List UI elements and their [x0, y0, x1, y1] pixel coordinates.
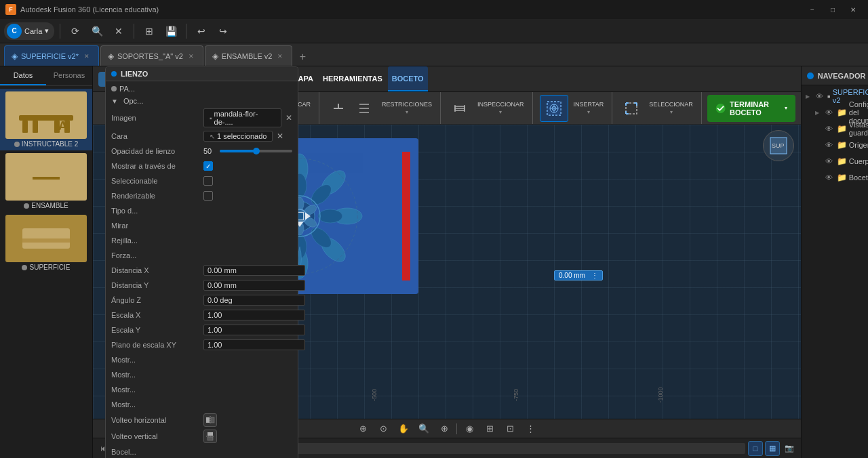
nav-eye-cuerpos[interactable]: 👁 — [825, 157, 835, 165]
undo-button[interactable]: ↩ — [192, 22, 211, 41]
apps-grid-button[interactable]: ⊞ — [140, 22, 159, 41]
svg-text:SUP: SUP — [772, 142, 785, 149]
pp-checkbox-seleccionable[interactable] — [203, 176, 213, 186]
minimize-button[interactable]: − — [803, 2, 822, 17]
pp-section1: PA... ▼ Opc... Imagen ▪ mandala-flor-de-… — [106, 81, 298, 458]
ribbon-tab-boceto[interactable]: BOCETO — [388, 66, 428, 91]
more-display-btn[interactable]: ⋮ — [522, 421, 538, 436]
cmd-inspect1-btn[interactable] — [448, 95, 472, 122]
zoom-btn[interactable]: 🔍 — [416, 421, 432, 436]
pp-close-cara[interactable]: ✕ — [277, 131, 283, 141]
nav-item-cuerpos[interactable]: ▶ 👁 📁 Cuerpos — [802, 153, 868, 169]
refresh-button[interactable]: ⟳ — [66, 22, 85, 41]
pp-input-distanciaX[interactable] — [203, 265, 305, 276]
pp-checkbox-mostrar[interactable]: ✓ — [203, 161, 213, 171]
pp-close-imagen[interactable]: ✕ — [285, 113, 292, 123]
pp-section2-header[interactable]: ▼ Opc... — [111, 95, 292, 107]
orbit-btn[interactable]: ⊙ — [375, 421, 391, 436]
tab-close-ensamble[interactable]: ✕ — [275, 51, 285, 61]
tab-close-superficie[interactable]: ✕ — [82, 51, 92, 61]
pp-dot-blue — [111, 71, 117, 77]
pp-section1-header[interactable]: PA... — [111, 83, 292, 95]
display-mode-btn[interactable]: ◉ — [461, 421, 477, 436]
pp-row-volteo-v: Volteo vertical — [111, 428, 292, 444]
cmd-finish-boceto-btn[interactable]: TERMINAR BOCETO ▾ — [707, 95, 795, 122]
pp-slider-thumb-opacidad[interactable] — [253, 148, 260, 154]
snap-btn[interactable]: ⊡ — [502, 421, 518, 436]
pp-row-plano: Plano de escala XY — [111, 337, 292, 352]
pp-btn-volteo-v[interactable] — [203, 430, 217, 443]
nav-eye-bocetos[interactable]: 👁 — [825, 173, 835, 182]
pp-btn-cara[interactable]: ↖ 1 seleccionado — [203, 131, 273, 142]
cmd-seleccionar-dropdown[interactable]: SELECCIONAR ▾ — [645, 95, 697, 122]
ruler-mark-500: -500 — [371, 389, 378, 401]
nav-item-bocetos[interactable]: ▶ 👁 📁 Bocetos — [802, 169, 868, 186]
pp-btn-volteo-h[interactable] — [203, 413, 217, 427]
cmd-restricciones-dropdown[interactable]: RESTRICCIONES ▾ — [378, 95, 436, 122]
tab-ensamble[interactable]: ◈ ENSAMBLE v2 ✕ — [205, 45, 293, 66]
dimension-badge[interactable]: 0.00 mm ⋮ — [554, 270, 603, 280]
nav-eye-vistas[interactable]: 👁 — [825, 125, 835, 133]
main-toolbar: C Carla ▾ ⟳ 🔍 ✕ ⊞ 💾 ↩ ↪ — [0, 19, 868, 43]
ribbon-tab-herramientas[interactable]: HERRAMIENTAS — [319, 66, 387, 91]
cmd-restricciones-label: RESTRICCIONES — [382, 101, 432, 108]
search-button[interactable]: 🔍 — [87, 22, 106, 41]
nav-eye-origen[interactable]: 👁 — [825, 141, 835, 149]
project-item-instructable2[interactable]: A INSTRUCTABLE 2 — [0, 89, 92, 150]
timeline-multi-icon-btn[interactable]: ▦ — [765, 441, 780, 456]
nav-item-vistas[interactable]: ▶ 👁 📁 Vistas guardadas — [802, 121, 868, 137]
cmd-constraint2-btn[interactable] — [352, 95, 376, 122]
tab-soportes[interactable]: ◈ SOPORTES_"A" v2 ✕ — [100, 45, 203, 66]
orientation-cube[interactable]: SUP — [763, 130, 794, 161]
nav-item-config[interactable]: ▶ 👁 📁 Configuración del documento — [802, 104, 868, 121]
close-search-button[interactable]: ✕ — [109, 22, 128, 41]
pp-row-escalaY: Escala Y — [111, 322, 292, 337]
user-menu[interactable]: C Carla ▾ — [4, 22, 54, 40]
project-item-superficie[interactable]: SUPERFICIE — [0, 212, 92, 274]
pp-slider-opacidad[interactable] — [220, 150, 292, 152]
nav-cube-btn[interactable]: ⊕ — [355, 421, 371, 436]
panel-tab-datos[interactable]: Datos — [0, 66, 46, 85]
timeline-sketch-icon-btn[interactable]: □ — [748, 441, 763, 456]
close-button[interactable]: ✕ — [844, 2, 863, 17]
nav-eye-superficie[interactable]: 👁 — [816, 92, 825, 100]
pp-opacidad-value: 50 — [203, 147, 217, 155]
timeline-camera-icon-btn[interactable]: 📷 — [782, 441, 797, 456]
dimension-menu-icon[interactable]: ⋮ — [591, 272, 598, 279]
cmd-insertar-dropdown[interactable]: INSERTAR ▾ — [570, 95, 608, 122]
add-tab-button[interactable]: + — [294, 48, 311, 66]
pp-checkbox-renderizable[interactable] — [203, 191, 213, 201]
save-button[interactable]: 💾 — [161, 22, 180, 41]
project-label-instructable2: INSTRUCTABLE 2 — [14, 140, 79, 148]
project-label-ensamble: ENSAMBLE — [24, 202, 68, 209]
nav-item-origen[interactable]: ▶ 👁 📁 Origen — [802, 137, 868, 153]
panel-tab-personas[interactable]: Personas — [46, 66, 92, 85]
grid-toggle-btn[interactable]: ⊞ — [481, 421, 498, 436]
pan-btn[interactable]: ✋ — [395, 421, 412, 436]
cmd-insert-btn[interactable] — [540, 95, 568, 122]
nav-eye-config[interactable]: 👁 — [825, 108, 835, 117]
nav-folder-cuerpos: 📁 — [837, 157, 847, 166]
tab-superficie[interactable]: ◈ SUPERFICIE v2* ✕ — [4, 45, 99, 66]
pp-input-distanciaY[interactable] — [203, 280, 305, 291]
cmd-select1-btn[interactable] — [619, 95, 644, 122]
maximize-button[interactable]: □ — [823, 2, 842, 17]
pp-btn-imagen[interactable]: ▪ mandala-flor-de-.... — [203, 108, 281, 127]
redo-button[interactable]: ↪ — [214, 22, 233, 41]
cmd-inspeccionar-dropdown[interactable]: INSPECCIONAR ▾ — [473, 95, 528, 122]
project-item-ensamble[interactable]: ENSAMBLE — [0, 150, 92, 212]
zoom-fit-btn[interactable]: ⊕ — [436, 421, 452, 436]
pp-input-anguloZ[interactable] — [203, 295, 305, 306]
pp-btn-cara-value: 1 seleccionado — [217, 132, 267, 140]
app-title: Autodesk Fusion 360 (Licencia educativa) — [20, 5, 803, 14]
cmd-constraint1-btn[interactable] — [326, 95, 351, 122]
pp-input-plano[interactable] — [203, 339, 305, 350]
pp-input-escalaY[interactable] — [203, 325, 305, 335]
pp-slider-fill-opacidad — [220, 150, 256, 152]
cmd-seleccionar-label: SELECCIONAR — [649, 101, 693, 108]
tab-close-soportes[interactable]: ✕ — [186, 51, 196, 61]
pp-input-escalaX[interactable] — [203, 310, 305, 320]
pp-label-cara: Cara — [111, 132, 199, 140]
pp-row-imagen: Imagen ▪ mandala-flor-de-.... ✕ — [111, 107, 292, 129]
pp-row-tipo: Tipo d... — [111, 203, 292, 218]
